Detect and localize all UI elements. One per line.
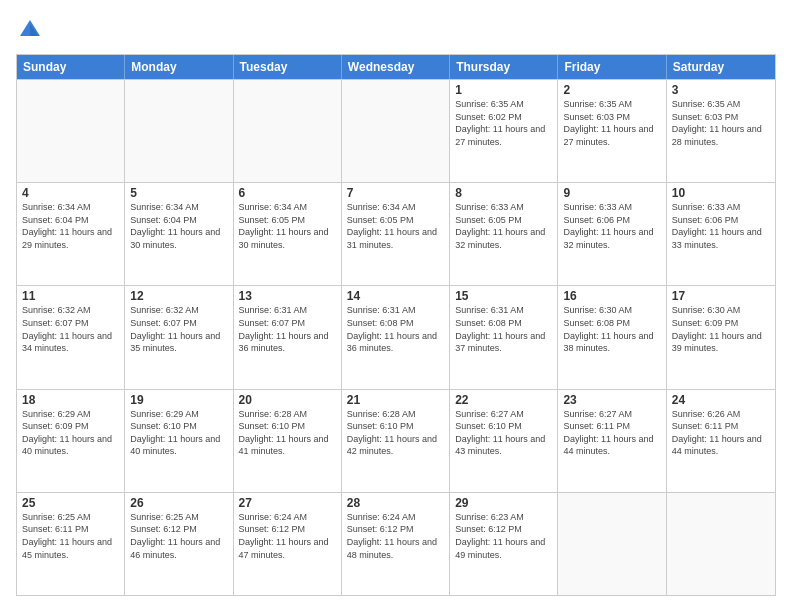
day-number: 3 <box>672 83 770 97</box>
calendar-body: 1Sunrise: 6:35 AMSunset: 6:02 PMDaylight… <box>17 79 775 595</box>
day-info: Sunrise: 6:34 AMSunset: 6:04 PMDaylight:… <box>22 201 119 251</box>
cal-cell-1-6: 2Sunrise: 6:35 AMSunset: 6:03 PMDaylight… <box>558 80 666 182</box>
cal-cell-1-1 <box>17 80 125 182</box>
day-info: Sunrise: 6:30 AMSunset: 6:09 PMDaylight:… <box>672 304 770 354</box>
day-info: Sunrise: 6:35 AMSunset: 6:03 PMDaylight:… <box>672 98 770 148</box>
calendar-header-row: Sunday Monday Tuesday Wednesday Thursday… <box>17 55 775 79</box>
cal-cell-2-3: 6Sunrise: 6:34 AMSunset: 6:05 PMDaylight… <box>234 183 342 285</box>
day-number: 11 <box>22 289 119 303</box>
day-info: Sunrise: 6:33 AMSunset: 6:05 PMDaylight:… <box>455 201 552 251</box>
day-number: 9 <box>563 186 660 200</box>
day-info: Sunrise: 6:33 AMSunset: 6:06 PMDaylight:… <box>672 201 770 251</box>
day-number: 4 <box>22 186 119 200</box>
header-friday: Friday <box>558 55 666 79</box>
day-info: Sunrise: 6:28 AMSunset: 6:10 PMDaylight:… <box>239 408 336 458</box>
cal-cell-2-6: 9Sunrise: 6:33 AMSunset: 6:06 PMDaylight… <box>558 183 666 285</box>
day-number: 2 <box>563 83 660 97</box>
cal-cell-4-6: 23Sunrise: 6:27 AMSunset: 6:11 PMDayligh… <box>558 390 666 492</box>
day-info: Sunrise: 6:31 AMSunset: 6:08 PMDaylight:… <box>455 304 552 354</box>
page: Sunday Monday Tuesday Wednesday Thursday… <box>0 0 792 612</box>
header-wednesday: Wednesday <box>342 55 450 79</box>
day-number: 28 <box>347 496 444 510</box>
day-number: 21 <box>347 393 444 407</box>
day-number: 17 <box>672 289 770 303</box>
header-thursday: Thursday <box>450 55 558 79</box>
day-number: 29 <box>455 496 552 510</box>
day-number: 1 <box>455 83 552 97</box>
week-row-3: 11Sunrise: 6:32 AMSunset: 6:07 PMDayligh… <box>17 285 775 388</box>
day-info: Sunrise: 6:29 AMSunset: 6:09 PMDaylight:… <box>22 408 119 458</box>
cal-cell-5-3: 27Sunrise: 6:24 AMSunset: 6:12 PMDayligh… <box>234 493 342 595</box>
day-info: Sunrise: 6:31 AMSunset: 6:07 PMDaylight:… <box>239 304 336 354</box>
day-info: Sunrise: 6:28 AMSunset: 6:10 PMDaylight:… <box>347 408 444 458</box>
day-info: Sunrise: 6:27 AMSunset: 6:10 PMDaylight:… <box>455 408 552 458</box>
cal-cell-5-5: 29Sunrise: 6:23 AMSunset: 6:12 PMDayligh… <box>450 493 558 595</box>
day-number: 14 <box>347 289 444 303</box>
logo <box>16 16 48 44</box>
day-info: Sunrise: 6:29 AMSunset: 6:10 PMDaylight:… <box>130 408 227 458</box>
day-number: 7 <box>347 186 444 200</box>
cal-cell-4-2: 19Sunrise: 6:29 AMSunset: 6:10 PMDayligh… <box>125 390 233 492</box>
cal-cell-3-4: 14Sunrise: 6:31 AMSunset: 6:08 PMDayligh… <box>342 286 450 388</box>
cal-cell-5-2: 26Sunrise: 6:25 AMSunset: 6:12 PMDayligh… <box>125 493 233 595</box>
day-info: Sunrise: 6:35 AMSunset: 6:03 PMDaylight:… <box>563 98 660 148</box>
cal-cell-3-2: 12Sunrise: 6:32 AMSunset: 6:07 PMDayligh… <box>125 286 233 388</box>
day-number: 13 <box>239 289 336 303</box>
day-info: Sunrise: 6:32 AMSunset: 6:07 PMDaylight:… <box>22 304 119 354</box>
cal-cell-1-2 <box>125 80 233 182</box>
day-number: 24 <box>672 393 770 407</box>
day-info: Sunrise: 6:33 AMSunset: 6:06 PMDaylight:… <box>563 201 660 251</box>
cal-cell-1-7: 3Sunrise: 6:35 AMSunset: 6:03 PMDaylight… <box>667 80 775 182</box>
day-number: 18 <box>22 393 119 407</box>
header-saturday: Saturday <box>667 55 775 79</box>
day-number: 27 <box>239 496 336 510</box>
day-info: Sunrise: 6:34 AMSunset: 6:05 PMDaylight:… <box>347 201 444 251</box>
cal-cell-3-6: 16Sunrise: 6:30 AMSunset: 6:08 PMDayligh… <box>558 286 666 388</box>
cal-cell-2-2: 5Sunrise: 6:34 AMSunset: 6:04 PMDaylight… <box>125 183 233 285</box>
cal-cell-4-1: 18Sunrise: 6:29 AMSunset: 6:09 PMDayligh… <box>17 390 125 492</box>
day-number: 22 <box>455 393 552 407</box>
day-number: 10 <box>672 186 770 200</box>
day-info: Sunrise: 6:30 AMSunset: 6:08 PMDaylight:… <box>563 304 660 354</box>
cal-cell-5-1: 25Sunrise: 6:25 AMSunset: 6:11 PMDayligh… <box>17 493 125 595</box>
day-number: 12 <box>130 289 227 303</box>
week-row-4: 18Sunrise: 6:29 AMSunset: 6:09 PMDayligh… <box>17 389 775 492</box>
day-info: Sunrise: 6:34 AMSunset: 6:04 PMDaylight:… <box>130 201 227 251</box>
header-monday: Monday <box>125 55 233 79</box>
cal-cell-5-7 <box>667 493 775 595</box>
day-number: 8 <box>455 186 552 200</box>
cal-cell-4-5: 22Sunrise: 6:27 AMSunset: 6:10 PMDayligh… <box>450 390 558 492</box>
cal-cell-4-7: 24Sunrise: 6:26 AMSunset: 6:11 PMDayligh… <box>667 390 775 492</box>
cal-cell-2-5: 8Sunrise: 6:33 AMSunset: 6:05 PMDaylight… <box>450 183 558 285</box>
calendar: Sunday Monday Tuesday Wednesday Thursday… <box>16 54 776 596</box>
day-info: Sunrise: 6:25 AMSunset: 6:11 PMDaylight:… <box>22 511 119 561</box>
day-number: 20 <box>239 393 336 407</box>
day-info: Sunrise: 6:31 AMSunset: 6:08 PMDaylight:… <box>347 304 444 354</box>
week-row-2: 4Sunrise: 6:34 AMSunset: 6:04 PMDaylight… <box>17 182 775 285</box>
day-number: 26 <box>130 496 227 510</box>
logo-icon <box>16 16 44 44</box>
cal-cell-1-5: 1Sunrise: 6:35 AMSunset: 6:02 PMDaylight… <box>450 80 558 182</box>
week-row-5: 25Sunrise: 6:25 AMSunset: 6:11 PMDayligh… <box>17 492 775 595</box>
day-info: Sunrise: 6:24 AMSunset: 6:12 PMDaylight:… <box>347 511 444 561</box>
day-number: 19 <box>130 393 227 407</box>
cal-cell-4-3: 20Sunrise: 6:28 AMSunset: 6:10 PMDayligh… <box>234 390 342 492</box>
header-tuesday: Tuesday <box>234 55 342 79</box>
cal-cell-5-4: 28Sunrise: 6:24 AMSunset: 6:12 PMDayligh… <box>342 493 450 595</box>
day-info: Sunrise: 6:25 AMSunset: 6:12 PMDaylight:… <box>130 511 227 561</box>
header-sunday: Sunday <box>17 55 125 79</box>
cal-cell-5-6 <box>558 493 666 595</box>
cal-cell-3-3: 13Sunrise: 6:31 AMSunset: 6:07 PMDayligh… <box>234 286 342 388</box>
day-number: 6 <box>239 186 336 200</box>
day-info: Sunrise: 6:26 AMSunset: 6:11 PMDaylight:… <box>672 408 770 458</box>
day-number: 5 <box>130 186 227 200</box>
cal-cell-2-4: 7Sunrise: 6:34 AMSunset: 6:05 PMDaylight… <box>342 183 450 285</box>
day-info: Sunrise: 6:27 AMSunset: 6:11 PMDaylight:… <box>563 408 660 458</box>
day-number: 25 <box>22 496 119 510</box>
cal-cell-4-4: 21Sunrise: 6:28 AMSunset: 6:10 PMDayligh… <box>342 390 450 492</box>
day-number: 23 <box>563 393 660 407</box>
day-info: Sunrise: 6:23 AMSunset: 6:12 PMDaylight:… <box>455 511 552 561</box>
cal-cell-1-4 <box>342 80 450 182</box>
cal-cell-2-1: 4Sunrise: 6:34 AMSunset: 6:04 PMDaylight… <box>17 183 125 285</box>
cal-cell-3-1: 11Sunrise: 6:32 AMSunset: 6:07 PMDayligh… <box>17 286 125 388</box>
